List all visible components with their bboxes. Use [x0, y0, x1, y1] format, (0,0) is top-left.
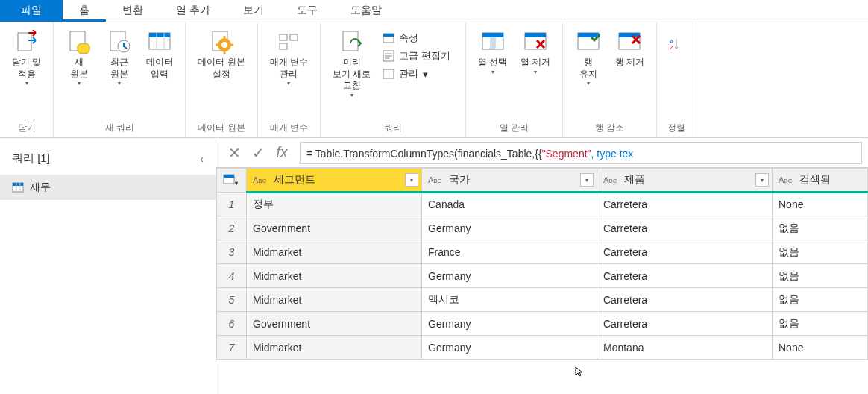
- row-number-cell[interactable]: 4: [217, 264, 247, 288]
- accept-formula-button[interactable]: ✓: [246, 141, 270, 165]
- manage-query-button[interactable]: 관리 ▾: [380, 66, 453, 82]
- table-cell[interactable]: Carretera: [597, 264, 773, 288]
- table-cell[interactable]: 정부: [247, 193, 422, 216]
- svg-rect-40: [13, 183, 23, 186]
- column-header-segment[interactable]: ABC 세그먼트 ▾: [247, 169, 422, 193]
- row-number-cell[interactable]: 6: [217, 312, 247, 336]
- query-properties-button[interactable]: 속성: [380, 30, 453, 46]
- table-cell[interactable]: None: [773, 336, 868, 360]
- table-cell[interactable]: 없음: [773, 312, 868, 336]
- table-cell[interactable]: France: [422, 240, 597, 264]
- table-row[interactable]: 1정부CanadaCarreteraNone: [217, 193, 868, 216]
- keep-rows-button[interactable]: 행 유지 ▾: [570, 27, 606, 90]
- table-cell[interactable]: 없음: [773, 288, 868, 312]
- column-header-searched[interactable]: ABC 검색됨: [773, 169, 868, 193]
- collapse-sidebar-button[interactable]: ‹: [200, 153, 204, 165]
- formula-text[interactable]: = Table.TransformColumnTypes(financials_…: [300, 142, 862, 164]
- remove-rows-button[interactable]: 행 제거: [611, 27, 649, 72]
- dropdown-arrow-icon: ▾: [534, 69, 537, 75]
- sort-buttons[interactable]: AZ: [664, 27, 688, 66]
- table-cell[interactable]: Carretera: [597, 240, 773, 264]
- table-cell[interactable]: Carretera: [597, 193, 773, 216]
- table-cell[interactable]: Midmarket: [247, 240, 422, 264]
- dropdown-arrow-icon: ▾: [287, 80, 290, 87]
- row-number-cell[interactable]: 3: [217, 240, 247, 264]
- cancel-formula-button[interactable]: ✕: [222, 141, 246, 165]
- column-filter-button[interactable]: ▾: [580, 173, 594, 187]
- table-cell[interactable]: Germany: [422, 336, 597, 360]
- data-source-settings-button[interactable]: 데이터 원본 설정: [193, 27, 249, 83]
- tab-view[interactable]: 보기: [227, 0, 280, 22]
- table-row[interactable]: 3MidmarketFranceCarretera없음: [217, 240, 868, 264]
- advanced-editor-button[interactable]: 고급 편집기: [380, 48, 453, 64]
- table-cell[interactable]: Canada: [422, 193, 597, 216]
- table-row[interactable]: 4MidmarketGermanyCarretera없음: [217, 264, 868, 288]
- table-cell[interactable]: Midmarket: [247, 264, 422, 288]
- row-number-cell[interactable]: 1: [217, 193, 247, 216]
- table-cell[interactable]: Germany: [422, 312, 597, 336]
- ribbon: 닫기 및 적용 ▾ 닫기 새 원본 ▾ 최근 원본 ▾ 데이터 입력 새 쿼리: [0, 22, 868, 138]
- row-number-cell[interactable]: 2: [217, 216, 247, 240]
- recent-sources-button[interactable]: 최근 원본 ▾: [101, 27, 137, 90]
- table-cell[interactable]: Midmarket: [247, 336, 422, 360]
- parameters-icon: [277, 30, 301, 54]
- table-cell[interactable]: Government: [247, 216, 422, 240]
- close-and-apply-button[interactable]: 닫기 및 적용 ▾: [7, 27, 45, 90]
- query-item[interactable]: 재무: [0, 175, 216, 200]
- table-cell[interactable]: 없음: [773, 240, 868, 264]
- close-apply-icon: [15, 30, 39, 54]
- table-cell[interactable]: Carretera: [597, 216, 773, 240]
- table-cell[interactable]: Carretera: [597, 288, 773, 312]
- table-cell[interactable]: Germany: [422, 216, 597, 240]
- manage-parameters-button[interactable]: 매개 변수 관리 ▾: [265, 27, 312, 90]
- column-filter-button[interactable]: ▾: [755, 173, 769, 187]
- table-cell[interactable]: None: [773, 193, 868, 216]
- choose-columns-button[interactable]: 열 선택 ▾: [474, 27, 512, 78]
- table-corner-cell[interactable]: ▾: [217, 169, 247, 193]
- table-cell[interactable]: Germany: [422, 264, 597, 288]
- svg-rect-27: [383, 69, 394, 78]
- table-cell[interactable]: 멕시코: [422, 288, 597, 312]
- new-source-button[interactable]: 새 원본 ▾: [61, 27, 97, 90]
- dropdown-arrow-icon: ▾: [491, 69, 494, 75]
- enter-data-button[interactable]: 데이터 입력: [142, 27, 177, 83]
- table-row[interactable]: 6GovernmentGermanyCarretera없음: [217, 312, 868, 336]
- table-cell[interactable]: Midmarket: [247, 288, 422, 312]
- table-row[interactable]: 2GovernmentGermanyCarretera없음: [217, 216, 868, 240]
- refresh-icon: [340, 30, 364, 54]
- svg-rect-34: [578, 33, 599, 37]
- choose-columns-icon: [481, 30, 505, 54]
- column-filter-button[interactable]: ▾: [405, 173, 418, 187]
- refresh-preview-button[interactable]: 미리 보기 새로 고침 ▾: [328, 27, 375, 101]
- text-type-icon: ABC: [253, 174, 268, 186]
- svg-rect-0: [18, 33, 31, 51]
- table-cell[interactable]: Montana: [597, 336, 773, 360]
- svg-text:Z: Z: [670, 44, 673, 51]
- row-number-cell[interactable]: 5: [217, 288, 247, 312]
- fx-button[interactable]: fx: [270, 141, 294, 165]
- table-cell[interactable]: 없음: [773, 216, 868, 240]
- svg-rect-18: [280, 43, 287, 49]
- tab-home[interactable]: 홈: [63, 0, 106, 22]
- svg-text:A: A: [670, 38, 673, 45]
- tab-help[interactable]: 도움말: [334, 0, 398, 22]
- remove-columns-button[interactable]: 열 제거 ▾: [516, 27, 554, 78]
- table-icon: [12, 181, 24, 193]
- table-cell[interactable]: Carretera: [597, 312, 773, 336]
- table-cell[interactable]: 없음: [773, 264, 868, 288]
- tab-transform[interactable]: 변환: [106, 0, 160, 22]
- column-header-country[interactable]: ABC 국가 ▾: [422, 169, 597, 193]
- table-row[interactable]: 5Midmarket멕시코Carretera없음: [217, 288, 868, 312]
- sort-az-icon: AZ: [669, 30, 684, 60]
- tab-file[interactable]: 파일: [0, 0, 63, 22]
- group-label-sort: 정렬: [664, 122, 688, 134]
- table-row[interactable]: 7MidmarketGermanyMontanaNone: [217, 336, 868, 360]
- keep-rows-icon: [576, 30, 600, 54]
- table-cell[interactable]: Government: [247, 312, 422, 336]
- row-number-cell[interactable]: 7: [217, 336, 247, 360]
- ribbon-tabs: 파일 홈 변환 열 추가 보기 도구 도움말: [0, 0, 868, 22]
- column-header-product[interactable]: ABC 제품 ▾: [597, 169, 773, 193]
- tab-tools[interactable]: 도구: [280, 0, 334, 22]
- tab-add-column[interactable]: 열 추가: [160, 0, 227, 22]
- group-label-data-source: 데이터 원본: [193, 122, 249, 134]
